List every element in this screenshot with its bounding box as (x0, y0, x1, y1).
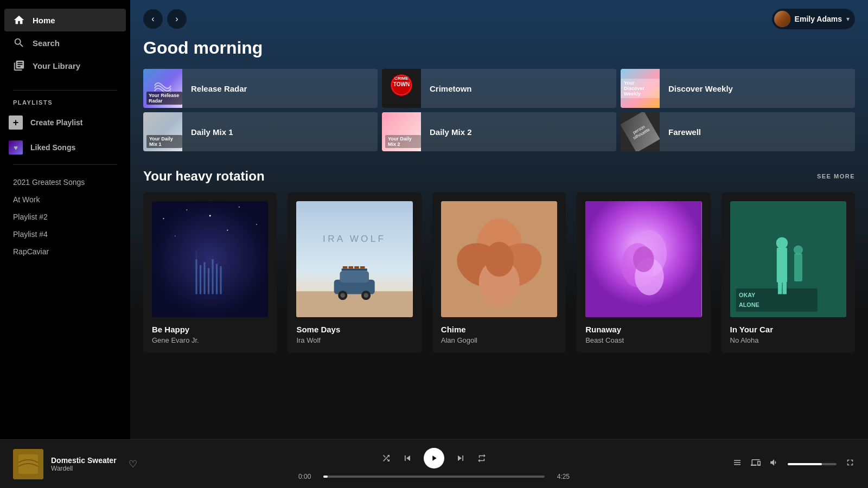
see-more-button[interactable]: SEE MORE (817, 173, 855, 179)
svg-point-8 (239, 207, 240, 208)
liked-songs-icon: ♥ (9, 140, 23, 155)
svg-rect-51 (777, 280, 782, 294)
playlist-card-daily-mix-1[interactable]: Your Daily Mix 1 Daily Mix 1 (143, 112, 378, 151)
player-album-art (13, 449, 43, 479)
sidebar-item-playlist-2[interactable]: Playlist #2 (0, 208, 130, 226)
svg-point-7 (209, 215, 211, 216)
user-name: Emily Adams (795, 15, 842, 23)
like-button[interactable]: ♡ (129, 458, 137, 470)
album-art-be-happy (152, 201, 268, 317)
album-title-some-days: Some Days (296, 325, 412, 334)
nav-buttons: ‹ › (143, 9, 187, 29)
user-profile[interactable]: Emily Adams ▾ (772, 9, 855, 29)
heavy-rotation-header: Your heavy rotation SEE MORE (143, 169, 855, 184)
svg-point-5 (163, 218, 164, 219)
svg-point-6 (186, 209, 187, 210)
progress-track[interactable] (323, 476, 545, 478)
svg-rect-32 (355, 266, 360, 268)
player-controls-section: 0:00 4:25 (176, 448, 692, 480)
previous-button[interactable] (402, 453, 413, 464)
current-time: 0:00 (298, 473, 318, 480)
playlist-card-crimetown[interactable]: CRIME TOWN Crimetown (382, 69, 616, 108)
album-art-chime (441, 201, 557, 317)
album-card-runaway[interactable]: Runaway Beast Coast (577, 192, 710, 353)
svg-rect-18 (220, 266, 221, 294)
sidebar-item-greatest-songs[interactable]: 2021 Greatest Songs (0, 174, 130, 191)
play-button[interactable] (424, 448, 444, 468)
sidebar-divider-1 (13, 90, 117, 91)
sidebar-item-home[interactable]: Home (4, 9, 126, 31)
svg-rect-17 (216, 264, 218, 294)
progress-bar-container: 0:00 4:25 (298, 473, 570, 480)
create-playlist-icon: + (9, 115, 23, 130)
avatar (774, 11, 790, 27)
svg-rect-33 (360, 266, 365, 268)
playlist-card-daily-mix-2[interactable]: Your Daily Mix 2 Daily Mix 2 (382, 112, 616, 151)
devices-button[interactable] (751, 458, 761, 470)
album-artist-runaway: Beast Coast (585, 336, 701, 344)
svg-point-39 (484, 242, 514, 277)
album-title-runaway: Runaway (585, 325, 701, 334)
back-button[interactable]: ‹ (143, 9, 163, 29)
sidebar-item-playlist-4[interactable]: Playlist #4 (0, 226, 130, 243)
album-card-chime[interactable]: Chime Alan Gogoll (432, 192, 566, 353)
album-art-runaway (585, 201, 701, 317)
svg-rect-49 (776, 248, 787, 282)
svg-rect-13 (200, 265, 201, 294)
sidebar-item-library[interactable]: Your Library (4, 54, 126, 77)
album-card-some-days[interactable]: IRA WOLF (288, 192, 421, 353)
svg-rect-22 (296, 291, 412, 317)
player-controls (381, 448, 487, 468)
playlist-card-farewell[interactable]: person silhouette Farewell (621, 112, 855, 151)
forward-button[interactable]: › (167, 9, 187, 29)
album-grid: Be Happy Gene Evaro Jr. (143, 192, 855, 353)
volume-button[interactable] (769, 458, 779, 470)
repeat-button[interactable] (477, 453, 487, 463)
playlist-card-release-radar[interactable]: Your Release Radar Release Radar (143, 69, 378, 108)
volume-fill (788, 463, 822, 465)
svg-text:TOWN: TOWN (393, 81, 410, 87)
svg-rect-15 (208, 268, 209, 294)
shuffle-button[interactable] (381, 453, 391, 463)
svg-point-44 (633, 247, 654, 272)
page-content: Good morning Your Release Radar (130, 38, 868, 366)
album-artist-in-your-car: No Aloha (730, 336, 846, 344)
svg-point-28 (364, 293, 369, 298)
queue-button[interactable] (732, 458, 742, 470)
sidebar-item-at-work[interactable]: At Work (0, 191, 130, 208)
playlist-art-farewell: person silhouette (621, 112, 660, 151)
svg-rect-19 (195, 251, 197, 259)
liked-songs-button[interactable]: ♥ Liked Songs (0, 135, 130, 160)
album-artist-be-happy: Gene Evaro Jr. (152, 336, 268, 344)
quick-playlist-grid: Your Release Radar Release Radar CRIME T… (143, 69, 855, 151)
svg-rect-31 (349, 266, 354, 268)
album-artist-chime: Alan Gogoll (441, 336, 557, 344)
fullscreen-button[interactable] (845, 458, 855, 470)
svg-text:ALONE: ALONE (739, 301, 759, 308)
main-content: ‹ › Emily Adams ▾ Good morning (130, 0, 868, 439)
album-card-be-happy[interactable]: Be Happy Gene Evaro Jr. (143, 192, 277, 353)
svg-point-26 (341, 293, 346, 298)
sidebar-item-search[interactable]: Search (4, 31, 126, 54)
album-card-in-your-car[interactable]: OKAY ALONE (722, 192, 855, 353)
player-bar: Domestic Sweater Wardell ♡ (0, 439, 868, 488)
svg-rect-29 (342, 268, 367, 271)
top-bar: ‹ › Emily Adams ▾ (130, 0, 868, 38)
svg-point-10 (175, 235, 176, 236)
progress-fill (323, 476, 328, 478)
sidebar: Home Search Your Library (0, 0, 130, 439)
playlist-list: 2021 Greatest Songs At Work Playlist #2 … (0, 169, 130, 439)
sidebar-item-rapcaviar[interactable]: RapCaviar (0, 243, 130, 260)
player-right-controls (692, 458, 855, 470)
playlist-name-discover-weekly: Discover Weekly (660, 84, 742, 93)
svg-point-50 (776, 237, 787, 248)
library-icon (13, 60, 25, 72)
create-playlist-button[interactable]: + Create Playlist (0, 110, 130, 135)
player-track-info: Domestic Sweater Wardell (51, 456, 117, 472)
player-track-section: Domestic Sweater Wardell ♡ (13, 449, 176, 479)
playlist-card-discover-weekly[interactable]: Your Discover Weekly Discover Weekly (621, 69, 855, 108)
home-icon (13, 14, 25, 26)
player-artist-name: Wardell (51, 465, 117, 472)
next-button[interactable] (455, 453, 466, 464)
volume-slider[interactable] (788, 463, 837, 465)
